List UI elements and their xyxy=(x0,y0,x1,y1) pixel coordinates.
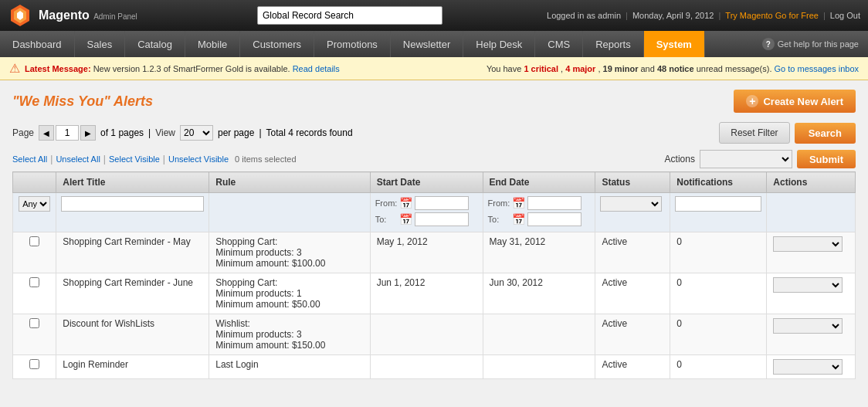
row2-status-cell: Active xyxy=(595,273,670,314)
nav-customers[interactable]: Customers xyxy=(240,31,314,57)
row2-action-select[interactable]: Edit Delete xyxy=(773,277,843,293)
nav-sales[interactable]: Sales xyxy=(75,31,126,57)
table-row: Discount for WishLists Wishlist: Minimum… xyxy=(13,314,856,355)
nav-mobile[interactable]: Mobile xyxy=(185,31,240,57)
filter-start-from-input[interactable] xyxy=(415,196,469,210)
submit-button[interactable]: Submit xyxy=(797,150,856,168)
nav-dashboard[interactable]: Dashboard xyxy=(0,31,75,57)
nav-helpdesk[interactable]: Help Desk xyxy=(463,31,535,57)
actions-select[interactable]: Delete xyxy=(700,150,792,168)
col-status-header: Status xyxy=(595,172,670,193)
read-details-link[interactable]: Read details xyxy=(293,64,340,73)
search-button[interactable]: Search xyxy=(795,123,856,144)
alert-right: You have 1 critical , 4 major , 19 minor… xyxy=(487,64,859,73)
prev-page-button[interactable]: ◀ xyxy=(39,125,54,141)
filter-start-to: To: 📅 xyxy=(375,212,478,226)
row4-check-cell xyxy=(13,355,56,379)
filter-end-from-input[interactable] xyxy=(527,196,581,210)
selection-bar: Select All | Unselect All | Select Visib… xyxy=(12,150,856,168)
filter-notifications-input[interactable] xyxy=(675,196,761,212)
try-link[interactable]: Try Magento Go for Free xyxy=(725,11,819,20)
filter-actions-cell xyxy=(767,193,856,232)
nav-promotions[interactable]: Promotions xyxy=(314,31,391,57)
alert-detail: New version 1.2.3 of SmartFormer Gold is… xyxy=(93,64,293,73)
row4-end-cell xyxy=(483,355,595,379)
row2-notifications: 0 xyxy=(676,277,682,288)
logo-text: Magento xyxy=(39,8,90,22)
filter-status-select[interactable]: Active Inactive xyxy=(600,196,662,212)
any-filter-select[interactable]: Any xyxy=(19,196,50,212)
row3-rule-line3: Minimum amount: $150.00 xyxy=(215,340,325,351)
row2-start-date: Jun 1, 2012 xyxy=(377,277,426,288)
filter-title-cell xyxy=(56,193,209,232)
row2-rule-line3: Minimum amount: $50.00 xyxy=(215,299,320,310)
help-link[interactable]: ? Get help for this page xyxy=(753,38,868,50)
row4-status-cell: Active xyxy=(595,355,670,379)
row4-action-select[interactable]: Edit Delete xyxy=(773,359,843,375)
unselect-all-link[interactable]: Unselect All xyxy=(56,154,100,164)
row3-checkbox[interactable] xyxy=(29,318,39,328)
calendar-icon-end-to[interactable]: 📅 xyxy=(512,213,525,226)
row2-checkbox[interactable] xyxy=(29,277,39,287)
per-page-select[interactable]: 20 50 100 xyxy=(180,125,213,141)
col-rule-header: Rule xyxy=(209,172,370,193)
critical-count: 1 critical xyxy=(524,64,558,73)
nav-reports[interactable]: Reports xyxy=(583,31,644,57)
inbox-link[interactable]: Go to messages inbox xyxy=(775,64,859,73)
alert-left: ⚠ Latest Message: New version 1.2.3 of S… xyxy=(9,61,340,76)
reset-filter-button[interactable]: Reset Filter xyxy=(719,122,789,144)
row1-checkbox[interactable] xyxy=(29,236,39,246)
per-page-label: per page xyxy=(218,127,254,138)
toolbar-left: Page ◀ ▶ of 1 pages | View 20 50 100 per… xyxy=(12,125,353,141)
total-pages-text: of 1 pages xyxy=(100,127,144,138)
inbox-prefix: You have xyxy=(487,64,524,73)
row1-status-cell: Active xyxy=(595,232,670,273)
header: Magento Admin Panel Logged in as admin |… xyxy=(0,0,868,31)
row2-end-date: Jun 30, 2012 xyxy=(490,277,543,288)
row1-title-cell: Shopping Cart Reminder - May xyxy=(56,232,209,273)
global-search[interactable] xyxy=(257,6,442,25)
page-title: "We Miss You" Alerts xyxy=(12,93,153,110)
nav-newsletter[interactable]: Newsletter xyxy=(391,31,463,57)
unselect-visible-link[interactable]: Unselect Visible xyxy=(168,154,229,164)
row4-title: Login Reminder xyxy=(63,359,128,370)
next-page-button[interactable]: ▶ xyxy=(80,125,96,141)
filter-end-to-input[interactable] xyxy=(527,212,581,226)
logout-link[interactable]: Log Out xyxy=(830,11,860,20)
row4-notifications: 0 xyxy=(676,359,682,370)
select-visible-link[interactable]: Select Visible xyxy=(109,154,160,164)
calendar-icon-start-from[interactable]: 📅 xyxy=(399,197,412,209)
total-records: Total 4 records found xyxy=(266,127,353,138)
row3-start-cell xyxy=(370,314,483,355)
filter-rule-cell xyxy=(209,193,370,232)
row3-title: Discount for WishLists xyxy=(63,318,154,329)
row4-checkbox[interactable] xyxy=(29,359,39,369)
page-nav[interactable]: ◀ ▶ xyxy=(39,125,96,141)
filter-start-to-input[interactable] xyxy=(415,212,469,226)
row2-start-cell: Jun 1, 2012 xyxy=(370,273,483,314)
col-title-header: Alert Title xyxy=(56,172,209,193)
filter-status-cell: Active Inactive xyxy=(595,193,670,232)
alert-text: Latest Message: New version 1.2.3 of Sma… xyxy=(25,64,340,73)
col-notifications-header: Notifications xyxy=(670,172,767,193)
filter-end-cell: From: 📅 To: 📅 xyxy=(483,193,595,232)
row3-action-select[interactable]: Edit Delete xyxy=(773,318,843,334)
select-all-link[interactable]: Select All xyxy=(12,154,47,164)
page-number-input[interactable] xyxy=(56,125,79,141)
row1-rule-line1: Shopping Cart: xyxy=(215,236,277,247)
calendar-icon-start-to[interactable]: 📅 xyxy=(399,213,412,226)
data-table: Alert Title Rule Start Date End Date Sta… xyxy=(12,171,856,379)
nav-catalog[interactable]: Catalog xyxy=(125,31,185,57)
search-input[interactable] xyxy=(257,6,442,25)
row1-check-cell xyxy=(13,232,56,273)
row1-action-select[interactable]: Edit Delete xyxy=(773,236,843,252)
page-label: Page xyxy=(12,127,34,138)
nav-cms[interactable]: CMS xyxy=(535,31,583,57)
filter-title-input[interactable] xyxy=(61,196,204,212)
calendar-icon-end-from[interactable]: 📅 xyxy=(512,197,525,209)
row2-status: Active xyxy=(602,277,627,288)
row3-actions-cell: Edit Delete xyxy=(767,314,856,355)
nav-system[interactable]: System xyxy=(644,31,705,57)
row1-rule-cell: Shopping Cart: Minimum products: 3 Minim… xyxy=(209,232,370,273)
create-new-alert-button[interactable]: + Create New Alert xyxy=(734,90,856,113)
